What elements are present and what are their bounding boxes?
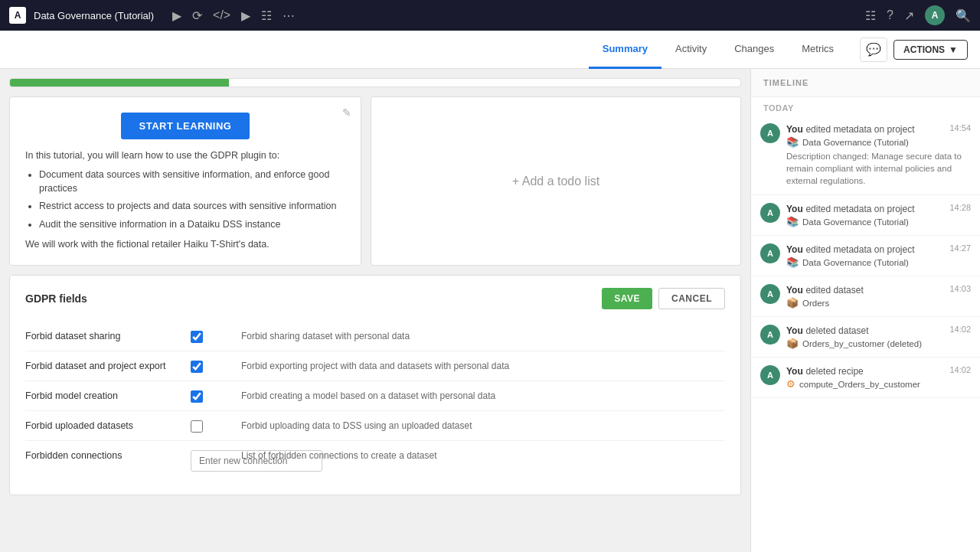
tabs-bar: Summary Activity Changes Metrics 💬 ACTIO… [0,31,980,69]
timeline-author-2: You edited metadata on project [786,203,915,214]
timeline-entry-3: A You edited metadata on project 14:27 📚… [751,236,980,276]
timeline-avatar-3: A [760,243,780,263]
edit-icon[interactable]: ✎ [342,106,351,119]
tutorial-intro: In this tutorial, you will learn how to … [25,150,345,161]
tutorial-list: Document data sources with sensitive inf… [25,168,345,231]
toolbar-icons: ▶ ⟳ </> ▶ ☷ ⋯ [172,8,295,23]
grid-icon[interactable]: ☷ [261,8,272,23]
timeline-entry-2: A You edited metadata on project 14:28 📚… [751,195,980,236]
timeline-entry-6: A You deleted recipe 14:02 ⚙ compute_Ord… [751,358,980,398]
timeline-author-5: You deleted dataset [786,325,868,336]
gdpr-checkbox-col-2[interactable] [191,359,229,373]
recipe-icon-6: ⚙ [786,378,795,390]
timeline-top-row-4: You edited dataset 14:03 [786,284,971,296]
tabs-right: 💬 ACTIONS ▼ [860,38,968,62]
app-logo: A [9,7,26,24]
timeline-project-6: ⚙ compute_Orders_by_customer [786,378,971,390]
timeline-time-1: 14:54 [949,123,971,132]
timeline-time-4: 14:03 [949,284,971,293]
timeline-avatar-1: A [760,123,780,143]
timeline-body-6: You deleted recipe 14:02 ⚙ compute_Order… [786,365,971,390]
tab-changes[interactable]: Changes [720,31,788,69]
search-icon[interactable]: 🔍 [956,8,971,23]
gdpr-field-name-4: Forbid uploaded datasets [25,419,178,431]
gdpr-description-1: Forbid sharing dataset with personal dat… [241,329,725,343]
gdpr-checkbox-3[interactable] [191,390,203,403]
timeline-author-6: You deleted recipe [786,365,864,377]
gdpr-checkbox-col-1[interactable] [191,329,229,343]
tab-activity[interactable]: Activity [662,31,720,69]
topbar-right: ☷ ? ↗ A 🔍 [865,5,971,25]
timeline-entry-5: A You deleted dataset 14:02 📦 Orders_by_… [751,317,980,358]
timeline-author-3: You edited metadata on project [786,243,915,255]
gdpr-checkbox-col-4[interactable] [191,419,229,433]
timeline-body-5: You deleted dataset 14:02 📦 Orders_by_cu… [786,325,971,349]
tab-nav: Summary Activity Changes Metrics [12,31,848,69]
timeline-avatar-4: A [760,284,780,304]
deploy-icon[interactable]: ▶ [172,8,181,23]
gdpr-input-col[interactable] [191,449,229,472]
progress-bar-fill [10,79,229,87]
gdpr-description-3: Forbid creating a model based on a datas… [241,389,725,403]
progress-bar-container [9,78,741,87]
timeline-avatar-6: A [760,365,780,385]
timeline-author-4: You edited dataset [786,284,864,296]
gdpr-description-2: Forbid exporting project with data and d… [241,359,725,373]
tab-summary[interactable]: Summary [589,31,662,69]
apps-icon[interactable]: ☷ [865,8,876,23]
timeline-top-row-6: You deleted recipe 14:02 [786,365,971,377]
save-button[interactable]: SAVE [602,288,652,309]
list-item: Document data sources with sensitive inf… [39,168,345,195]
gdpr-row-5: Forbidden connections List of forbidden … [25,441,725,479]
timeline-time-2: 14:28 [949,203,971,212]
timeline-project-1: 📚 Data Governance (Tutorial) [786,136,971,148]
actions-button[interactable]: ACTIONS ▼ [893,40,968,60]
cards-row: ✎ START LEARNING In this tutorial, you w… [9,96,741,266]
timeline-body-2: You edited metadata on project 14:28 📚 D… [786,203,971,227]
timeline-today-label: TODAY [751,97,980,116]
timeline-project-5: 📦 Orders_by_customer (deleted) [786,338,971,349]
gdpr-row-1: Forbid dataset sharing Forbid sharing da… [25,322,725,351]
tab-metrics[interactable]: Metrics [788,31,848,69]
gdpr-checkbox-2[interactable] [191,361,203,373]
timeline-project-3: 📚 Data Governance (Tutorial) [786,256,971,268]
gdpr-checkbox-4[interactable] [191,420,203,433]
chevron-down-icon: ▼ [949,44,958,55]
gdpr-row-2: Forbid dataset and project export Forbid… [25,351,725,381]
project-title: Data Governance (Tutorial) [34,10,154,21]
timeline-body-3: You edited metadata on project 14:27 📚 D… [786,243,971,268]
cancel-button[interactable]: CANCEL [658,288,725,309]
start-learning-button[interactable]: START LEARNING [121,113,250,139]
book-icon-1: 📚 [786,136,799,148]
timeline-header: TIMELINE [751,69,980,97]
refresh-icon[interactable]: ⟳ [192,8,202,23]
timeline-top-row-1: You edited metadata on project 14:54 [786,123,971,135]
help-icon[interactable]: ? [887,8,893,22]
play-icon[interactable]: ▶ [241,8,250,23]
todo-card[interactable]: + Add a todo list [371,96,741,266]
gdpr-checkbox-col-3[interactable] [191,389,229,403]
timeline-top-row-3: You edited metadata on project 14:27 [786,243,971,255]
user-avatar[interactable]: A [925,5,945,25]
gdpr-row-4: Forbid uploaded datasets Forbid uploadin… [25,411,725,441]
gdpr-header: GDPR fields SAVE CANCEL [25,288,725,309]
timeline-avatar-2: A [760,203,780,223]
more-icon[interactable]: ⋯ [283,8,295,23]
timeline-entry-1: A You edited metadata on project 14:54 📚… [751,116,980,195]
code-icon[interactable]: </> [213,8,230,22]
timeline-time-5: 14:02 [949,325,971,334]
timeline-project-2: 📚 Data Governance (Tutorial) [786,216,971,227]
gdpr-buttons: SAVE CANCEL [602,288,725,309]
gdpr-checkbox-1[interactable] [191,331,203,343]
timeline-desc-1: Description changed: Manage secure data … [786,150,971,187]
gdpr-title: GDPR fields [25,292,87,305]
timeline-top-row-5: You deleted dataset 14:02 [786,325,971,336]
topbar: A Data Governance (Tutorial) ▶ ⟳ </> ▶ ☷… [0,0,980,31]
comment-button[interactable]: 💬 [860,38,887,62]
trending-icon[interactable]: ↗ [904,8,914,23]
main-layout: ✎ START LEARNING In this tutorial, you w… [0,69,980,552]
timeline-avatar-5: A [760,325,780,345]
timeline-body-1: You edited metadata on project 14:54 📚 D… [786,123,971,187]
gdpr-description-5: List of forbidden connections to create … [241,449,725,462]
timeline-panel: TIMELINE TODAY A You edited metadata on … [750,69,980,552]
